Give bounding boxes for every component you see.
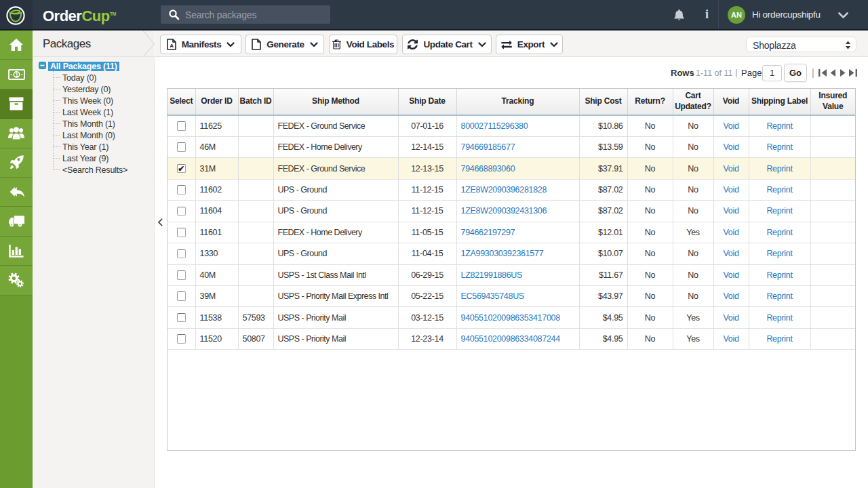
svg-text:1: 1 <box>15 71 18 78</box>
svg-text:A: A <box>170 43 174 49</box>
